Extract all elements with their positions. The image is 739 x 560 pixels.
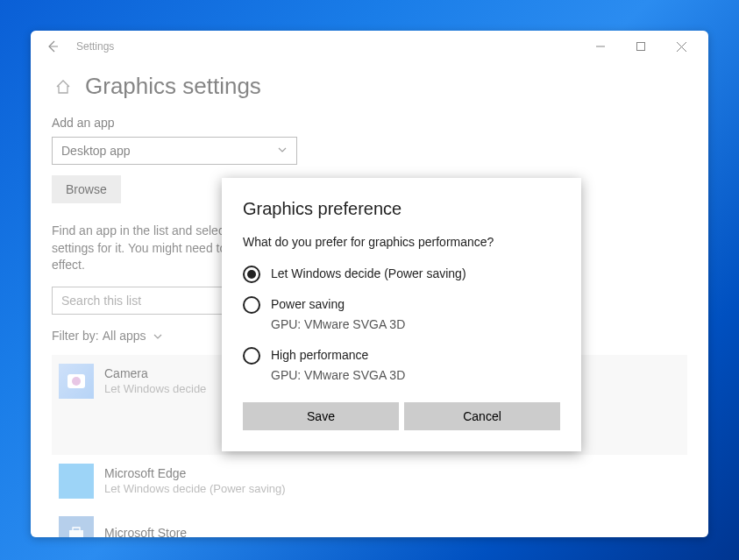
modal-question: What do you prefer for graphics performa… (243, 235, 560, 249)
radio-label: Power saving (271, 295, 405, 314)
graphics-preference-modal: Graphics preference What do you prefer f… (222, 178, 581, 451)
modal-title: Graphics preference (243, 199, 560, 219)
radio-label: High performance (271, 346, 405, 365)
radio-icon (243, 266, 260, 283)
radio-let-windows-decide[interactable]: Let Windows decide (Power saving) (243, 265, 560, 283)
settings-window: Settings Graphics settings Add an app De… (31, 31, 708, 537)
radio-text: Let Windows decide (Power saving) (271, 265, 466, 283)
radio-text: Power saving GPU: VMware SVGA 3D (271, 295, 405, 334)
radio-text: High performance GPU: VMware SVGA 3D (271, 346, 405, 385)
radio-detail: GPU: VMware SVGA 3D (271, 315, 405, 334)
radio-power-saving[interactable]: Power saving GPU: VMware SVGA 3D (243, 295, 560, 334)
modal-buttons: Save Cancel (243, 402, 560, 430)
radio-detail: GPU: VMware SVGA 3D (271, 366, 405, 385)
radio-label: Let Windows decide (Power saving) (271, 265, 466, 283)
save-button[interactable]: Save (243, 402, 399, 430)
radio-icon (243, 296, 260, 314)
cancel-button[interactable]: Cancel (404, 402, 560, 430)
radio-high-performance[interactable]: High performance GPU: VMware SVGA 3D (243, 346, 560, 385)
radio-icon (243, 347, 260, 365)
